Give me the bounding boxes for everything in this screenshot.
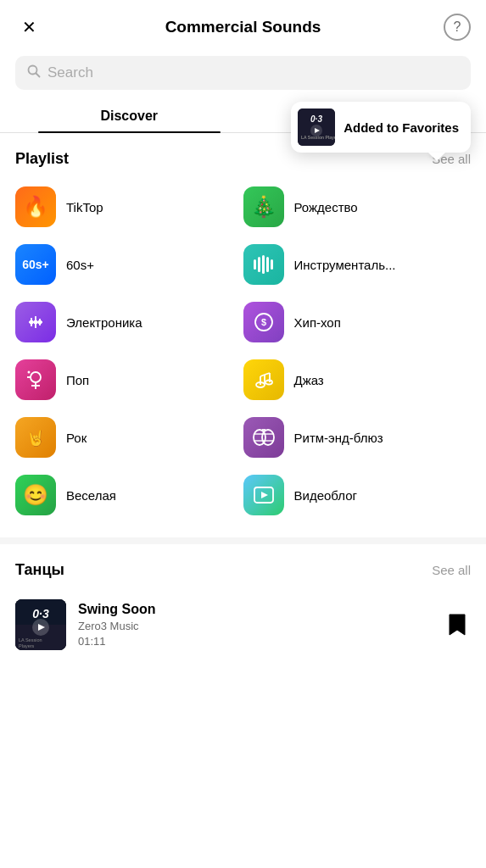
jazz-label: Джаз bbox=[294, 373, 324, 387]
toast-text: Added to Favorites bbox=[344, 120, 459, 135]
svg-text:0·3: 0·3 bbox=[310, 114, 322, 124]
list-item[interactable]: Ритм-энд-блюз bbox=[243, 409, 472, 466]
dances-see-all[interactable]: See all bbox=[432, 563, 471, 577]
videoblog-label: Видеоблог bbox=[294, 488, 357, 503]
list-item[interactable]: Видеоблог bbox=[243, 466, 472, 524]
added-to-favorites-toast: 0·3 LA Session Players Added to Favorite… bbox=[291, 102, 471, 153]
tab-discover[interactable]: Discover bbox=[15, 100, 243, 132]
pop-icon bbox=[15, 359, 56, 400]
track-artist: Zero3 Music bbox=[78, 620, 432, 632]
hip-hop-label: Хип-хоп bbox=[294, 315, 341, 330]
svg-point-18 bbox=[38, 320, 42, 325]
track-duration: 01:11 bbox=[78, 635, 432, 648]
close-button[interactable]: ✕ bbox=[15, 14, 42, 41]
page-title: Commercial Sounds bbox=[42, 18, 444, 36]
dances-section-header: Танцы See all bbox=[0, 544, 486, 589]
list-item[interactable]: $ Хип-хоп bbox=[243, 293, 472, 351]
svg-rect-9 bbox=[262, 255, 265, 274]
list-item[interactable]: 😊 Веселая bbox=[15, 466, 243, 524]
60s-icon: 60s+ bbox=[15, 244, 56, 285]
playlist-title: Playlist bbox=[15, 150, 69, 168]
list-item[interactable]: Поп bbox=[15, 351, 243, 409]
svg-text:LA Session: LA Session bbox=[19, 637, 42, 643]
rok-icon: 🤘 bbox=[15, 417, 56, 458]
list-item[interactable]: 🔥 TikTop bbox=[15, 178, 243, 236]
svg-text:$: $ bbox=[260, 317, 265, 327]
tiktop-label: TikTop bbox=[66, 200, 103, 214]
hip-hop-icon: $ bbox=[243, 302, 284, 342]
track-thumbnail: 0·3 LA Session Players bbox=[15, 599, 66, 650]
electronika-icon bbox=[15, 302, 56, 342]
track-item[interactable]: 0·3 LA Session Players Swing Soon Zero3 … bbox=[0, 589, 486, 660]
toast-thumbnail: 0·3 LA Session Players bbox=[298, 108, 335, 146]
veselaya-icon: 😊 bbox=[15, 475, 56, 515]
svg-rect-11 bbox=[271, 259, 273, 270]
svg-marker-40 bbox=[261, 492, 268, 498]
pop-label: Поп bbox=[66, 373, 89, 387]
playlist-grid: 🔥 TikTop 🎄 Рождество 60s+ 60s+ Инструмен… bbox=[0, 178, 486, 524]
svg-rect-7 bbox=[254, 259, 256, 270]
svg-rect-8 bbox=[258, 257, 260, 272]
svg-text:🤘: 🤘 bbox=[26, 429, 46, 448]
rok-label: Рок bbox=[66, 431, 87, 445]
rhythm-blues-label: Ритм-энд-блюз bbox=[294, 431, 383, 445]
tiktop-icon: 🔥 bbox=[15, 186, 56, 227]
bookmark-button[interactable] bbox=[444, 611, 471, 638]
svg-text:Players: Players bbox=[19, 643, 35, 648]
dances-section: Танцы See all 0·3 LA Session Players Swi… bbox=[0, 544, 486, 674]
search-row: Search 0·3 LA Session Players Added to F… bbox=[0, 51, 486, 100]
svg-text:0·3: 0·3 bbox=[32, 607, 49, 620]
svg-rect-10 bbox=[266, 257, 269, 272]
instrumental-label: Инструменталь... bbox=[294, 258, 396, 272]
header: ✕ Commercial Sounds ? bbox=[0, 0, 486, 51]
list-item[interactable]: Инструменталь... bbox=[243, 236, 472, 293]
rhythm-blues-icon bbox=[243, 417, 284, 458]
list-item[interactable]: 🤘 Рок bbox=[15, 409, 243, 466]
search-icon bbox=[27, 64, 41, 81]
veselaya-label: Веселая bbox=[66, 488, 116, 503]
help-button[interactable]: ? bbox=[444, 14, 471, 41]
search-placeholder: Search bbox=[47, 64, 93, 81]
list-item[interactable]: 60s+ 60s+ bbox=[15, 236, 243, 293]
svg-point-16 bbox=[30, 320, 34, 325]
svg-line-1 bbox=[36, 74, 40, 77]
svg-point-27 bbox=[265, 381, 272, 385]
list-item[interactable]: Джаз bbox=[243, 351, 472, 409]
60s-label: 60s+ bbox=[66, 258, 94, 272]
svg-point-17 bbox=[34, 320, 38, 325]
track-title: Swing Soon bbox=[78, 602, 432, 617]
track-info: Swing Soon Zero3 Music 01:11 bbox=[78, 602, 432, 648]
electronika-label: Электроника bbox=[66, 315, 142, 330]
dances-title: Танцы bbox=[15, 561, 64, 579]
videoblog-icon bbox=[243, 475, 284, 515]
rozhdestvo-label: Рождество bbox=[294, 200, 358, 214]
rozhdestvo-icon: 🎄 bbox=[243, 186, 284, 227]
list-item[interactable]: Электроника bbox=[15, 293, 243, 351]
jazz-icon bbox=[243, 359, 284, 400]
section-divider bbox=[0, 537, 486, 544]
svg-point-35 bbox=[262, 430, 274, 445]
search-box[interactable]: Search bbox=[15, 56, 471, 90]
svg-point-21 bbox=[31, 372, 41, 382]
instrumental-icon bbox=[243, 244, 284, 285]
list-item[interactable]: 🎄 Рождество bbox=[243, 178, 472, 236]
